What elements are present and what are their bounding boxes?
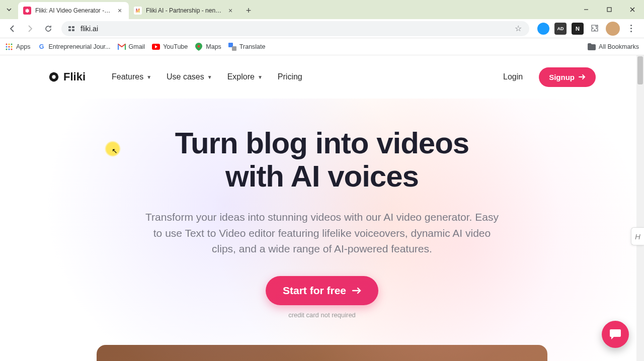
bookmark-star-icon[interactable]: ☆ (512, 23, 524, 35)
tab-title: Fliki: AI Video Generator - Turn (35, 7, 112, 14)
translate-icon (228, 43, 236, 51)
bookmark-item[interactable]: YouTube (152, 43, 188, 51)
extension-icon[interactable]: N (572, 23, 584, 35)
brand-name: Fliki (63, 70, 86, 83)
login-link[interactable]: Login (503, 72, 523, 81)
extension-icon[interactable] (537, 23, 549, 35)
site-header: Fliki Features▼ Use cases▼ Explore▼ Pric… (0, 55, 644, 99)
apps-icon (5, 43, 13, 51)
logo-icon (48, 71, 59, 82)
nav-explore[interactable]: Explore▼ (227, 72, 263, 81)
svg-rect-20 (232, 46, 236, 51)
arrow-right-icon (579, 74, 586, 80)
close-icon[interactable]: × (116, 7, 124, 15)
maps-icon (195, 43, 203, 51)
svg-point-13 (11, 46, 13, 47)
site-logo[interactable]: Fliki (48, 70, 86, 83)
tab-search-dropdown[interactable] (0, 0, 18, 19)
bookmark-label: Apps (16, 43, 31, 50)
new-tab-button[interactable]: + (242, 4, 256, 18)
video-preview-card (97, 345, 547, 362)
folder-icon (588, 43, 596, 51)
tab-favicon-icon: M (134, 7, 142, 15)
chrome-menu-button[interactable] (625, 25, 637, 32)
svg-point-8 (6, 43, 8, 45)
svg-rect-1 (607, 8, 611, 12)
svg-rect-4 (68, 26, 71, 28)
svg-point-16 (11, 48, 13, 50)
browser-toolbar: fliki.ai ☆ AD N (0, 19, 644, 38)
bookmark-item[interactable]: Gmail (118, 43, 145, 51)
bookmark-label: Entrepreneurial Jour... (49, 43, 111, 50)
start-free-button[interactable]: Start for free (266, 276, 378, 305)
svg-point-18 (198, 45, 200, 47)
chat-icon (609, 328, 622, 340)
close-window-button[interactable] (621, 0, 644, 19)
browser-tab-active[interactable]: ✽ Fliki: AI Video Generator - Turn × (18, 2, 129, 19)
forward-button[interactable] (22, 21, 38, 37)
bookmark-item[interactable]: Translate (228, 43, 266, 51)
nav-use-cases[interactable]: Use cases▼ (167, 72, 212, 81)
vertical-scrollbar[interactable] (636, 55, 644, 361)
browser-tab-strip: ✽ Fliki: AI Video Generator - Turn × M F… (0, 0, 644, 19)
svg-point-10 (11, 43, 13, 45)
back-button[interactable] (4, 21, 20, 37)
svg-point-14 (6, 48, 8, 50)
bookmark-label: All Bookmarks (599, 43, 639, 50)
nav-pricing[interactable]: Pricing (278, 72, 302, 81)
chat-widget-button[interactable] (602, 321, 629, 348)
google-icon: G (38, 43, 46, 51)
svg-point-22 (52, 75, 55, 78)
svg-point-9 (9, 43, 10, 45)
svg-rect-6 (68, 29, 71, 31)
tab-title: Fliki AI - Partnership - nentelee (146, 7, 222, 14)
svg-rect-7 (72, 29, 74, 31)
tab-favicon-icon: ✽ (23, 7, 31, 15)
hero-subtext: Transform your ideas into stunning video… (141, 209, 503, 257)
site-info-icon[interactable] (66, 24, 76, 34)
page-content: Fliki Features▼ Use cases▼ Explore▼ Pric… (0, 55, 644, 361)
browser-tab[interactable]: M Fliki AI - Partnership - nentelee × (129, 2, 239, 19)
bookmarks-bar: Apps G Entrepreneurial Jour... Gmail You… (0, 38, 644, 55)
side-panel-toggle[interactable]: H (631, 227, 644, 245)
chevron-down-icon: ▼ (258, 74, 263, 80)
cta-note: credit card not required (20, 311, 624, 319)
extensions-puzzle-icon[interactable] (589, 23, 601, 35)
bookmark-label: Gmail (129, 43, 145, 50)
all-bookmarks[interactable]: All Bookmarks (588, 43, 639, 51)
url-text: fliki.ai (80, 25, 508, 33)
svg-point-15 (9, 48, 10, 50)
chevron-down-icon: ▼ (146, 74, 151, 80)
signup-label: Signup (549, 73, 575, 81)
minimize-button[interactable] (575, 0, 598, 19)
nav-features[interactable]: Features▼ (112, 72, 151, 81)
scrollbar-thumb[interactable] (637, 56, 643, 84)
reload-button[interactable] (40, 21, 56, 37)
close-icon[interactable]: × (226, 7, 234, 15)
chevron-down-icon (6, 7, 12, 13)
svg-rect-5 (72, 26, 74, 28)
signup-button[interactable]: Signup (539, 67, 596, 87)
maximize-button[interactable] (598, 0, 621, 19)
gmail-icon (118, 43, 126, 51)
extension-icon[interactable]: AD (554, 23, 567, 35)
youtube-icon (152, 43, 160, 51)
arrow-right-icon (352, 287, 361, 294)
cta-label: Start for free (283, 285, 346, 297)
bookmark-item[interactable]: G Entrepreneurial Jour... (38, 43, 111, 51)
svg-point-12 (9, 46, 10, 47)
profile-avatar[interactable] (606, 22, 620, 36)
chevron-down-icon: ▼ (207, 74, 212, 80)
bookmark-label: Maps (206, 43, 221, 50)
hero-heading: Turn blog into videos with AI voices (20, 127, 624, 193)
bookmark-label: Translate (239, 43, 266, 50)
hero-section: Turn blog into videos with AI voices Tra… (0, 99, 644, 361)
address-bar[interactable]: fliki.ai ☆ (61, 21, 529, 36)
bookmark-label: YouTube (163, 43, 188, 50)
svg-point-11 (6, 46, 8, 47)
bookmark-item[interactable]: Maps (195, 43, 221, 51)
bookmark-apps[interactable]: Apps (5, 43, 31, 51)
